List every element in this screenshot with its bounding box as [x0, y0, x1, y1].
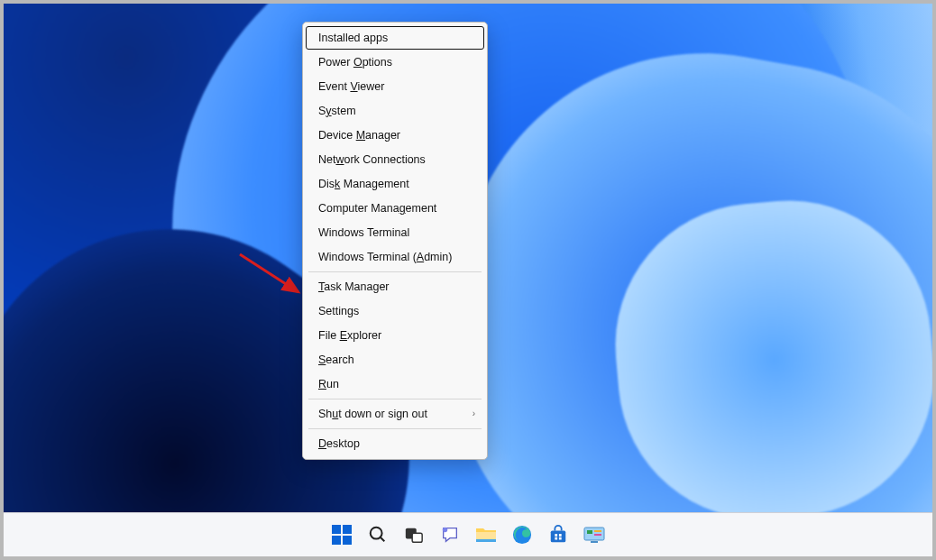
menu-item-network-connections[interactable]: Network Connections [306, 148, 484, 171]
menu-item-task-manager[interactable]: Task Manager [306, 275, 484, 298]
desktop-frame: Installed appsPower OptionsEvent ViewerS… [0, 0, 936, 560]
menu-item-installed-apps[interactable]: Installed apps [306, 26, 484, 50]
svg-point-8 [443, 528, 448, 533]
winx-context-menu: Installed appsPower OptionsEvent ViewerS… [302, 22, 488, 460]
svg-rect-20 [594, 534, 601, 536]
menu-item-shut-down[interactable]: Shut down or sign out› [306, 402, 484, 426]
search-button[interactable] [365, 522, 390, 547]
menu-item-event-viewer[interactable]: Event Viewer [306, 75, 484, 98]
edge-button[interactable] [509, 522, 535, 547]
menu-item-power-options[interactable]: Power Options [306, 50, 484, 74]
menu-separator [308, 399, 482, 399]
svg-line-5 [381, 537, 385, 542]
svg-rect-3 [343, 536, 352, 545]
svg-rect-18 [587, 530, 592, 534]
menu-item-file-explorer[interactable]: File Explorer [306, 324, 484, 347]
svg-rect-7 [412, 533, 422, 542]
menu-item-system[interactable]: System [306, 99, 484, 123]
taskbar [4, 512, 932, 556]
menu-item-windows-terminal-admin[interactable]: Windows Terminal (Admin) [306, 245, 484, 269]
store-button[interactable] [546, 522, 571, 547]
svg-point-4 [371, 528, 382, 539]
svg-rect-2 [332, 536, 341, 545]
menu-separator [308, 428, 482, 429]
svg-rect-16 [559, 537, 562, 540]
menu-separator [308, 271, 482, 272]
file-explorer-button[interactable] [473, 522, 499, 547]
start-button[interactable] [329, 522, 354, 547]
menu-item-disk-management[interactable]: Disk Management [306, 172, 484, 196]
svg-rect-21 [591, 541, 598, 543]
menu-item-windows-terminal[interactable]: Windows Terminal [306, 221, 484, 244]
svg-rect-19 [594, 530, 601, 532]
svg-rect-14 [559, 534, 562, 537]
svg-rect-10 [476, 539, 496, 542]
svg-rect-0 [332, 525, 341, 534]
control-panel-button[interactable] [582, 522, 607, 547]
menu-item-search[interactable]: Search [306, 348, 484, 372]
svg-rect-13 [555, 534, 557, 537]
svg-rect-15 [555, 537, 557, 540]
menu-item-computer-management[interactable]: Computer Management [306, 197, 484, 220]
chat-button[interactable] [437, 522, 463, 547]
menu-item-run[interactable]: Run [306, 372, 484, 396]
task-view-button[interactable] [401, 522, 427, 547]
menu-item-desktop[interactable]: Desktop [306, 432, 484, 455]
menu-item-device-manager[interactable]: Device Manager [306, 124, 484, 147]
chevron-right-icon: › [473, 402, 475, 426]
svg-rect-12 [551, 530, 566, 542]
menu-item-settings[interactable]: Settings [306, 299, 484, 323]
svg-rect-1 [343, 525, 352, 534]
